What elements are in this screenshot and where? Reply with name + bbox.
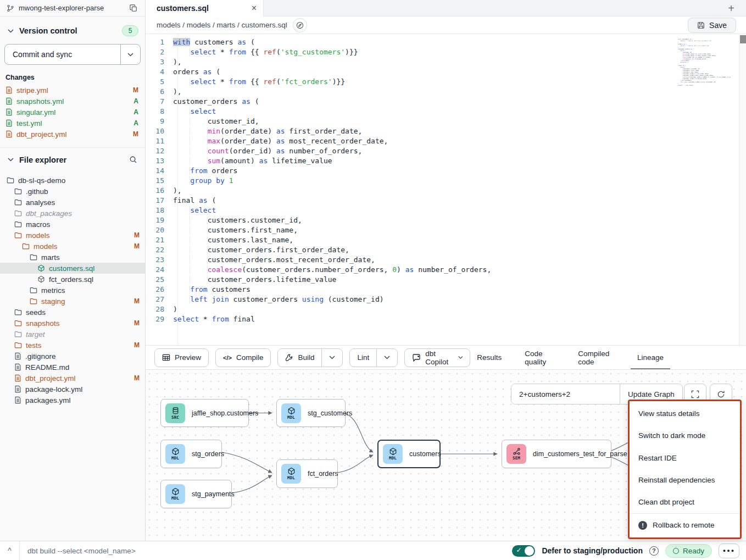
tree-item-label: seeds	[26, 308, 46, 317]
folder-icon	[30, 286, 37, 294]
tab-lineage[interactable]: Lineage	[637, 346, 664, 370]
lineage-node-stg-payments[interactable]: MDL stg_payments	[160, 480, 232, 508]
tree-item-models[interactable]: models M	[0, 241, 145, 252]
tree-item-customers-sql[interactable]: customers.sql	[0, 263, 145, 274]
new-tab-button[interactable]: +	[722, 0, 741, 16]
lineage-node-jaffle-shop-customers[interactable]: SRC jaffle_shop.customers	[160, 399, 249, 427]
tree-item-marts[interactable]: marts	[0, 252, 145, 263]
tree-item-analyses[interactable]: analyses	[0, 197, 145, 208]
lineage-node-stg-customers[interactable]: MDL stg_customers	[276, 399, 346, 427]
tree-item-packages-yml[interactable]: packages.yml	[0, 395, 145, 406]
breadcrumb[interactable]: models / models / marts / customers.sql	[157, 21, 287, 29]
tab-customers-sql[interactable]: customers.sql ×	[146, 0, 264, 16]
menu-item-clean-dbt-project[interactable]: Clean dbt project	[630, 491, 740, 513]
minimap[interactable]: with customers as (select * from {{ ref(…	[678, 38, 731, 86]
lint-options-chevron[interactable]	[376, 349, 397, 367]
menu-item-switch-to-dark-mode[interactable]: Switch to dark mode	[630, 425, 740, 447]
tree-item-dbt-packages[interactable]: dbt_packages	[0, 208, 145, 219]
copy-branch-button[interactable]	[129, 3, 138, 13]
tree-item-readme-md[interactable]: README.md	[0, 362, 145, 373]
code-area[interactable]: 1with customers as (2 select * from {{ r…	[146, 34, 739, 345]
tree-item-fct-orders-sql[interactable]: fct_orders.sql	[0, 274, 145, 285]
tree-item-staging[interactable]: staging M	[0, 296, 145, 307]
scrollbar-thumb[interactable]	[740, 35, 746, 43]
save-button[interactable]: Save	[688, 18, 736, 33]
search-icon[interactable]	[128, 154, 138, 165]
change-file-name: dbt_project.yml	[16, 130, 67, 138]
change-item[interactable]: singular.yml A	[0, 107, 145, 118]
tree-item-package-lock-yml[interactable]: package-lock.yml	[0, 384, 145, 395]
tree-item-snapshots[interactable]: snapshots M	[0, 318, 145, 329]
code-editor[interactable]: 1with customers as (2 select * from {{ r…	[146, 34, 746, 345]
expand-command-panel-button[interactable]: ^	[0, 541, 20, 560]
folder-icon	[14, 209, 22, 217]
lineage-node-dim-customers-test-for-parse[interactable]: SEM dim_customers_test_for_parse	[502, 440, 611, 468]
lint-button[interactable]: Lint	[350, 349, 376, 367]
change-file-name: snapshots.yml	[16, 97, 64, 106]
editor-tabbar: customers.sql × +	[146, 0, 746, 16]
tree-item-label: dbt_packages	[26, 209, 72, 218]
change-status-flag: A	[133, 119, 138, 127]
menu-item-view-status-details[interactable]: View status details	[630, 402, 740, 424]
change-item[interactable]: dbt_project.yml M	[0, 129, 145, 140]
tree-item-tests[interactable]: tests M	[0, 340, 145, 351]
more-options-button[interactable]: ●●●	[719, 544, 739, 558]
line-number: 19	[146, 215, 173, 225]
tree-item-metrics[interactable]: metrics	[0, 285, 145, 296]
code-line: 29select * from final	[146, 314, 739, 324]
tab-results[interactable]: Results	[477, 346, 502, 370]
lineage-selector-input[interactable]	[511, 384, 620, 404]
preview-button[interactable]: Preview	[154, 348, 209, 367]
code-line: 21 customers.last_name,	[146, 235, 739, 245]
chevron-down-icon[interactable]	[7, 28, 15, 34]
tree-item-dbt-project-yml[interactable]: dbt_project.yml M	[0, 373, 145, 384]
commit-options-chevron[interactable]	[120, 45, 140, 64]
tree-item-label: marts	[41, 253, 60, 262]
modified-flag: M	[134, 242, 140, 250]
line-number: 25	[146, 275, 173, 285]
tree-item-db-sl-qs-demo[interactable]: db-sl-qs-demo	[0, 175, 145, 186]
chevron-down-icon[interactable]	[7, 157, 15, 163]
menu-item-rollback-to-remote[interactable]: ! Rollback to remote	[630, 514, 740, 536]
compile-button[interactable]: </> Compile	[215, 348, 271, 367]
dbt-copilot-button[interactable]: dbt Copilot	[404, 348, 470, 367]
lineage-node-customers[interactable]: MDL customers	[377, 440, 441, 468]
line-number: 14	[146, 166, 173, 176]
build-options-chevron[interactable]	[321, 349, 342, 367]
code-line: 17final as (	[146, 196, 739, 206]
line-number: 13	[146, 156, 173, 166]
editor-scrollbar[interactable]	[739, 34, 746, 345]
defer-toggle[interactable]: ✓	[512, 545, 535, 557]
tree-item--github[interactable]: .github	[0, 186, 145, 197]
tab-code-quality[interactable]: Code quality	[525, 346, 555, 370]
tree-item-macros[interactable]: macros	[0, 219, 145, 230]
commit-and-sync-button[interactable]: Commit and sync	[4, 44, 141, 65]
close-icon[interactable]: ×	[252, 4, 257, 13]
tree-item-models[interactable]: models M	[0, 230, 145, 241]
line-number: 5	[146, 77, 173, 87]
open-in-explorer-button[interactable]	[293, 18, 307, 32]
branch-selector[interactable]: mwong-test-explorer-parse	[0, 0, 145, 16]
tree-item-target[interactable]: target	[0, 329, 145, 340]
change-item[interactable]: snapshots.yml A	[0, 96, 145, 107]
tab-compiled-code[interactable]: Compiled code	[578, 346, 614, 370]
menu-item-reinstall-dependencies[interactable]: Reinstall dependencies	[630, 469, 740, 491]
menu-item-restart-ide[interactable]: Restart IDE	[630, 447, 740, 469]
change-item[interactable]: stripe.yml M	[0, 85, 145, 96]
line-number: 17	[146, 196, 173, 206]
folder-icon	[14, 198, 22, 206]
change-item[interactable]: test.yml A	[0, 118, 145, 129]
tree-item-label: snapshots	[26, 319, 60, 328]
help-icon[interactable]: ?	[649, 546, 659, 556]
tree-item--gitignore[interactable]: .gitignore	[0, 351, 145, 362]
lineage-node-fct-orders[interactable]: MDL fct_orders	[276, 459, 338, 488]
tree-item-label: fct_orders.sql	[49, 275, 93, 284]
lineage-node-stg-orders[interactable]: MDL stg_orders	[160, 440, 222, 468]
folder-icon	[14, 231, 22, 239]
line-number: 12	[146, 146, 173, 156]
ide-options-menu: View status detailsSwitch to dark modeRe…	[628, 400, 742, 539]
tree-item-seeds[interactable]: seeds	[0, 307, 145, 318]
lint-button-group: Lint	[349, 348, 398, 367]
command-input[interactable]: dbt build --select <model_name>	[20, 547, 512, 555]
build-button[interactable]: Build	[278, 349, 321, 367]
